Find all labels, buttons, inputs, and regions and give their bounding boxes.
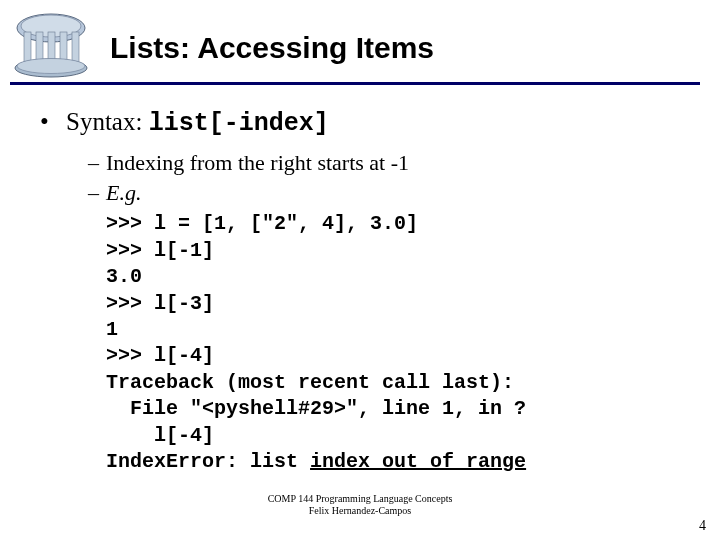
- page-number: 4: [699, 518, 706, 534]
- syntax-label: Syntax:: [66, 108, 149, 135]
- sub-bullets: – Indexing from the right starts at -1 –…: [88, 148, 690, 207]
- unc-well-logo: [10, 10, 92, 80]
- sub-text-eg: E.g.: [106, 178, 141, 208]
- slide-footer: COMP 144 Programming Language Concepts F…: [0, 493, 720, 516]
- code-line: >>> l = [1, ["2", 4], 3.0]: [106, 212, 418, 235]
- code-example: >>> l = [1, ["2", 4], 3.0] >>> l[-1] 3.0…: [106, 211, 690, 475]
- slide-title: Lists: Accessing Items: [110, 31, 434, 65]
- code-line: 1: [106, 318, 118, 341]
- footer-author: Felix Hernandez-Campos: [0, 505, 720, 517]
- code-line: Traceback (most recent call last):: [106, 371, 514, 394]
- title-underline-rule: [10, 82, 700, 85]
- code-line: >>> l[-4]: [106, 344, 214, 367]
- footer-course: COMP 144 Programming Language Concepts: [0, 493, 720, 505]
- code-line: l[-4]: [106, 424, 214, 447]
- dash-icon: –: [88, 148, 106, 178]
- slide-header: Lists: Accessing Items: [0, 0, 720, 80]
- code-line: 3.0: [106, 265, 142, 288]
- svg-point-8: [17, 59, 85, 74]
- sub-item-indexing: – Indexing from the right starts at -1: [88, 148, 690, 178]
- sub-text-indexing: Indexing from the right starts at -1: [106, 148, 409, 178]
- code-line-error-prefix: IndexError: list: [106, 450, 310, 473]
- sub-item-eg: – E.g.: [88, 178, 690, 208]
- bullet-dot-icon: •: [40, 108, 66, 136]
- bullet-syntax: • Syntax: list[-index]: [40, 108, 690, 138]
- syntax-code: list[-index]: [149, 109, 329, 138]
- slide-content: • Syntax: list[-index] – Indexing from t…: [40, 108, 690, 475]
- dash-icon: –: [88, 178, 106, 208]
- code-line: File "<pyshell#29>", line 1, in ?: [106, 397, 526, 420]
- code-line: >>> l[-1]: [106, 239, 214, 262]
- code-line-error-msg: index out of range: [310, 450, 526, 473]
- code-line: >>> l[-3]: [106, 292, 214, 315]
